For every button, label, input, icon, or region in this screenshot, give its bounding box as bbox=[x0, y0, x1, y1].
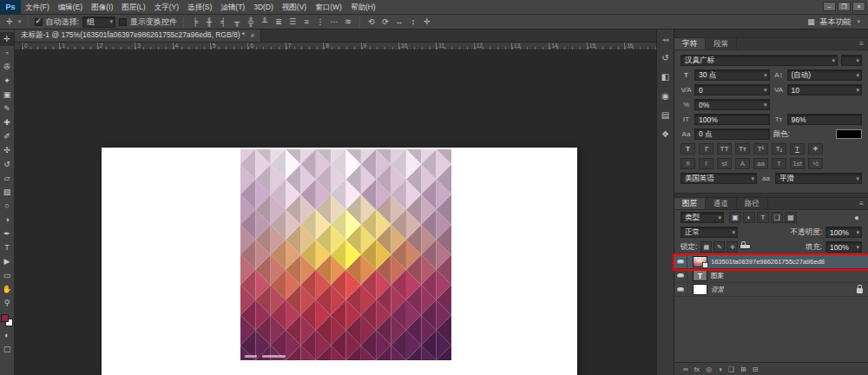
auto-select-checkbox[interactable] bbox=[35, 18, 43, 26]
healing-brush-tool[interactable]: ✚ bbox=[0, 115, 14, 129]
text-style-button[interactable]: T bbox=[681, 143, 695, 155]
menu-item[interactable]: 文字(Y) bbox=[150, 0, 183, 14]
tab-layers[interactable]: 图层 bbox=[674, 198, 706, 209]
lock-position-icon[interactable]: ✛ bbox=[727, 241, 738, 253]
language-select[interactable]: 美国英语▾ bbox=[681, 173, 757, 184]
distribute-vertical-icon[interactable]: ☰ bbox=[287, 17, 298, 26]
font-size-select[interactable]: 30 点▾ bbox=[694, 69, 770, 81]
menu-item[interactable]: 3D(D) bbox=[249, 0, 278, 14]
brush-tool[interactable]: ✐ bbox=[0, 129, 14, 143]
quick-mask-icon[interactable]: ◐ bbox=[0, 328, 14, 342]
layer-thumbnail-background[interactable] bbox=[693, 284, 707, 295]
layer-filter-type-select[interactable]: 类型▾ bbox=[681, 212, 724, 223]
align-bottom-edges-icon[interactable]: ╨ bbox=[260, 17, 270, 26]
panel-menu-icon[interactable]: ≡ bbox=[855, 198, 868, 209]
layer-mask-icon[interactable]: ◎ bbox=[706, 365, 712, 373]
close-button[interactable]: × bbox=[852, 2, 865, 11]
text-style-button[interactable]: T₁ bbox=[772, 143, 786, 155]
filter-smart-objects-icon[interactable]: ▦ bbox=[785, 212, 797, 223]
distribute-bottom-icon[interactable]: ≡ bbox=[301, 17, 312, 26]
layer-visibility-toggle[interactable] bbox=[674, 255, 687, 268]
layer-effects-icon[interactable]: fx bbox=[694, 365, 700, 373]
align-left-edges-icon[interactable]: ╞ bbox=[190, 17, 201, 26]
distribute-top-icon[interactable]: ≣ bbox=[273, 17, 284, 26]
kerning-select[interactable]: 0▾ bbox=[694, 84, 770, 95]
layer-row[interactable]: 163501fa06397e986261755c27a96ed8 bbox=[674, 255, 868, 269]
layer-visibility-toggle[interactable] bbox=[674, 283, 687, 296]
filter-type-layers-icon[interactable]: T bbox=[757, 212, 769, 223]
layer-name[interactable]: 163501fa06397e986261755c27a96ed8 bbox=[711, 258, 825, 266]
menu-item[interactable]: 滤镜(T) bbox=[216, 0, 249, 14]
menu-item[interactable]: 帮助(H) bbox=[346, 0, 380, 14]
eraser-tool[interactable]: ▱ bbox=[0, 171, 14, 185]
fill-select[interactable]: 100%▾ bbox=[825, 241, 862, 253]
lasso-tool[interactable]: ✇ bbox=[0, 60, 14, 74]
rectangle-tool[interactable]: ▭ bbox=[0, 268, 14, 282]
distribute-left-icon[interactable]: ⋮ bbox=[315, 17, 326, 26]
opacity-select[interactable]: 100%▾ bbox=[825, 227, 862, 238]
3d-rotate-icon[interactable]: ⟲ bbox=[366, 17, 377, 26]
foreground-color-chip[interactable] bbox=[1, 314, 9, 322]
layer-name[interactable]: 图案 bbox=[711, 272, 724, 280]
clone-stamp-tool[interactable]: ✣ bbox=[0, 143, 14, 157]
tab-channels[interactable]: 通道 bbox=[706, 198, 737, 209]
opentype-button[interactable]: st bbox=[717, 158, 732, 169]
text-style-button[interactable]: T¹ bbox=[753, 143, 768, 155]
path-selection-tool[interactable]: ▶ bbox=[0, 254, 14, 268]
lock-all-icon[interactable] bbox=[740, 244, 751, 249]
rectangular-marquee-tool[interactable]: ▫ bbox=[0, 46, 14, 60]
history-brush-tool[interactable]: ↺ bbox=[0, 157, 14, 171]
show-transform-checkbox[interactable] bbox=[119, 18, 127, 26]
move-tool[interactable]: ✛ bbox=[0, 32, 14, 46]
restore-button[interactable]: ❐ bbox=[838, 2, 851, 11]
opentype-button[interactable]: 1st bbox=[790, 158, 805, 169]
info-panel-icon[interactable]: ◉ bbox=[661, 91, 669, 101]
layer-name[interactable]: 背景 bbox=[711, 286, 724, 294]
opentype-button[interactable]: A bbox=[735, 158, 750, 169]
opentype-button[interactable]: ſ bbox=[699, 158, 713, 169]
layer-row[interactable]: 背景 bbox=[674, 283, 868, 297]
filter-shape-layers-icon[interactable]: ❑ bbox=[771, 212, 783, 223]
tab-character[interactable]: 字符 bbox=[674, 38, 706, 49]
layer-thumbnail-image[interactable] bbox=[693, 256, 707, 267]
layer-filter-toggle-icon[interactable]: ● bbox=[852, 214, 862, 222]
text-style-button[interactable]: T bbox=[699, 143, 713, 155]
font-family-select[interactable]: 汉真广标▾ bbox=[681, 55, 838, 66]
lock-pixels-icon[interactable]: ✎ bbox=[713, 241, 725, 253]
leading-select[interactable]: (自动)▾ bbox=[787, 69, 863, 81]
type-tool[interactable]: T bbox=[0, 240, 14, 254]
opentype-button[interactable]: aa bbox=[753, 158, 768, 169]
anti-alias-select[interactable]: 平滑▾ bbox=[775, 173, 862, 184]
text-style-button[interactable]: T bbox=[808, 143, 823, 155]
gradient-tool[interactable]: ▧ bbox=[0, 185, 14, 199]
blur-tool[interactable]: ○ bbox=[0, 199, 14, 213]
text-style-button[interactable]: Tᴛ bbox=[735, 143, 750, 155]
tab-paths[interactable]: 路径 bbox=[737, 198, 768, 209]
distribute-horizontal-icon[interactable]: ⋯ bbox=[329, 17, 339, 26]
quick-selection-tool[interactable]: ✦ bbox=[0, 74, 14, 88]
placed-image-layer[interactable] bbox=[240, 149, 451, 360]
color-chips[interactable] bbox=[1, 314, 13, 326]
auto-select-target-select[interactable]: 组 ▾ bbox=[82, 16, 115, 28]
align-right-edges-icon[interactable]: ╡ bbox=[218, 17, 228, 26]
workspace-switcher[interactable]: ▦ 基本功能 ▾ bbox=[802, 16, 864, 28]
swatches-panel-icon[interactable]: ▤ bbox=[661, 110, 669, 120]
baseline-shift-field[interactable]: 0 点 bbox=[694, 128, 770, 140]
lock-transparency-icon[interactable]: ▦ bbox=[700, 241, 712, 253]
styles-panel-icon[interactable]: ❖ bbox=[661, 129, 669, 139]
delete-layer-icon[interactable]: ⊟ bbox=[753, 365, 759, 373]
eyedropper-tool[interactable]: ✎ bbox=[0, 102, 14, 115]
menu-item[interactable]: 文件(F) bbox=[21, 0, 54, 14]
tracking-select[interactable]: 10▾ bbox=[787, 84, 863, 95]
layer-visibility-toggle[interactable] bbox=[674, 269, 687, 282]
font-style-select[interactable]: ▾ bbox=[841, 55, 862, 66]
text-color-swatch[interactable] bbox=[836, 129, 862, 139]
blend-mode-select[interactable]: 正常▾ bbox=[681, 227, 738, 238]
new-layer-icon[interactable]: ⊞ bbox=[740, 365, 746, 373]
horizontal-scale-field[interactable]: 96% bbox=[787, 114, 863, 125]
tsume-select[interactable]: 0%▾ bbox=[694, 99, 770, 110]
document-canvas[interactable] bbox=[102, 148, 577, 375]
layer-thumbnail-text[interactable]: T bbox=[693, 270, 707, 281]
menu-item[interactable]: 图层(L) bbox=[117, 0, 149, 14]
opentype-button[interactable]: fi bbox=[681, 158, 695, 169]
